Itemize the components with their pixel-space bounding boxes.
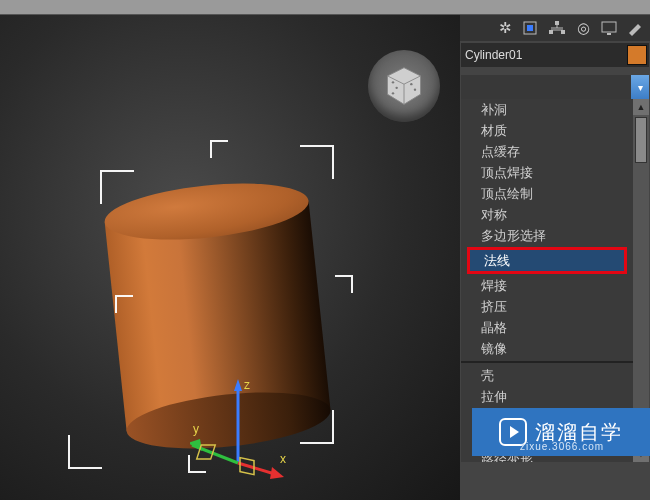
svg-rect-8: [527, 25, 533, 31]
list-item[interactable]: 镜像: [461, 338, 633, 359]
modifier-combo-field: [461, 75, 631, 99]
svg-rect-10: [549, 30, 553, 34]
svg-point-3: [395, 87, 397, 89]
chevron-down-icon: ▾: [631, 75, 649, 99]
axis-x-arrow: [270, 467, 284, 479]
selection-bracket-mb: [188, 455, 206, 473]
highlighted-modifier: 法线: [467, 247, 627, 274]
list-item[interactable]: 补洞: [461, 99, 633, 120]
list-item[interactable]: 点缓存: [461, 141, 633, 162]
hierarchy-icon[interactable]: [546, 18, 568, 38]
list-item[interactable]: 顶点绘制: [461, 183, 633, 204]
view-cube-icon: [382, 64, 426, 108]
selection-bracket-mr: [335, 275, 353, 293]
list-item[interactable]: 拉伸: [461, 386, 633, 407]
svg-point-4: [392, 92, 394, 94]
axis-x: [238, 463, 278, 475]
list-item[interactable]: 晶格: [461, 317, 633, 338]
modifier-combo[interactable]: ▾: [461, 75, 649, 99]
svg-rect-9: [555, 21, 559, 25]
svg-rect-11: [561, 30, 565, 34]
axis-plane-xz: [240, 458, 254, 475]
watermark-badge: 溜溜自学 zixue.3066.com: [472, 408, 650, 456]
list-item[interactable]: 多边形选择: [461, 225, 633, 246]
modify-icon[interactable]: [520, 18, 542, 38]
selection-bracket-br: [300, 410, 334, 444]
list-item[interactable]: 焊接: [461, 275, 633, 296]
app-top-strip: [0, 0, 650, 15]
svg-point-6: [414, 88, 416, 90]
list-item[interactable]: 壳: [461, 365, 633, 386]
list-item[interactable]: 顶点焊接: [461, 162, 633, 183]
list-item[interactable]: 对称: [461, 204, 633, 225]
utility-icon[interactable]: [624, 18, 646, 38]
list-separator: [461, 361, 633, 363]
display-icon[interactable]: [598, 18, 620, 38]
gear-icon[interactable]: ✲: [494, 18, 516, 38]
watermark-url: zixue.3066.com: [520, 441, 604, 452]
selection-bracket-bl: [68, 435, 102, 469]
object-color-swatch[interactable]: [627, 45, 647, 65]
selection-bracket-mt: [210, 140, 228, 158]
scroll-up-icon[interactable]: ▲: [633, 99, 649, 115]
scroll-thumb[interactable]: [635, 117, 647, 163]
svg-point-5: [410, 83, 412, 85]
svg-rect-15: [602, 22, 616, 32]
list-item[interactable]: 材质: [461, 120, 633, 141]
list-item[interactable]: 挤压: [461, 296, 633, 317]
motion-icon[interactable]: ◎: [572, 18, 594, 38]
scene-cylinder[interactable]: [102, 175, 333, 455]
object-name-row: Cylinder01: [461, 43, 649, 67]
viewport[interactable]: x y z: [0, 15, 460, 500]
selection-bracket-tl: [100, 170, 134, 204]
svg-point-2: [392, 81, 394, 83]
object-name-field[interactable]: Cylinder01: [461, 48, 625, 62]
selection-bracket-ml: [115, 295, 133, 313]
list-item[interactable]: 法线: [470, 250, 624, 271]
selection-bracket-tr: [300, 145, 334, 179]
view-cube[interactable]: [368, 50, 440, 122]
panel-tab-bar: ✲ ◎: [460, 15, 650, 41]
axis-x-label: x: [280, 452, 286, 466]
